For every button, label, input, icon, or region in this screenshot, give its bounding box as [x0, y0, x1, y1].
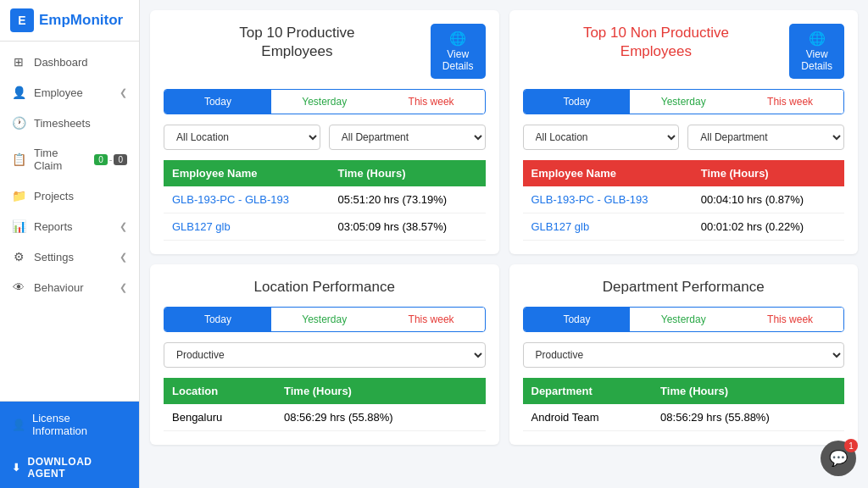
- employee-link[interactable]: GLB127 glb: [172, 220, 231, 233]
- sidebar-item-label: Timesheets: [34, 117, 91, 130]
- top-non-productive-title: Top 10 Non Productive Employees: [523, 24, 790, 61]
- reports-icon: 📊: [12, 219, 25, 233]
- chat-badge: 1: [844, 439, 858, 452]
- col-time-hours: Time (Hours): [330, 160, 486, 186]
- location-performance-select[interactable]: Productive: [164, 342, 486, 368]
- badge-dark: 0: [114, 154, 127, 165]
- top-non-productive-department-select[interactable]: All Department: [687, 125, 844, 150]
- top-non-productive-header: Top 10 Non Productive Employees 🌐 ViewDe…: [523, 24, 845, 79]
- timesheets-icon: 🕐: [12, 116, 25, 130]
- top-productive-location-select[interactable]: All Location: [164, 125, 320, 150]
- table-row: GLB127 glb00:01:02 hrs (0.22%): [523, 214, 845, 241]
- view-icon: 🌐: [809, 30, 826, 47]
- sidebar-item-label: Behaviour: [34, 281, 84, 294]
- location-performance-title: Location Performance: [164, 278, 486, 297]
- location-performance-card: Location Performance Today Yesterday Thi…: [150, 264, 499, 445]
- license-label: License Information: [32, 412, 127, 437]
- top-productive-view-details-button[interactable]: 🌐 ViewDetails: [431, 24, 486, 79]
- top-employees-row: Top 10 Productive Employees 🌐 ViewDetail…: [150, 10, 858, 254]
- time-cell: 08:56:29 hrs (55.88%): [275, 404, 486, 431]
- top-non-productive-dropdowns: All Location All Department: [523, 125, 845, 150]
- table-row: Android Team08:56:29 hrs (55.88%): [523, 404, 845, 431]
- employee-link[interactable]: GLB-193-PC - GLB-193: [172, 193, 289, 206]
- tab-thisweek-department[interactable]: This week: [737, 308, 843, 331]
- sidebar-item-timesheets[interactable]: 🕐 Timesheets: [0, 108, 139, 138]
- top-non-productive-card: Top 10 Non Productive Employees 🌐 ViewDe…: [509, 10, 859, 254]
- sidebar-item-label: Employee: [34, 86, 83, 99]
- sidebar-item-label: Reports: [34, 220, 73, 233]
- top-productive-tabs: Today Yesterday This week: [164, 89, 486, 114]
- download-agent-button[interactable]: ⬇ DOWNLOAD AGENT: [0, 447, 139, 488]
- location-performance-tabs: Today Yesterday This week: [164, 307, 486, 332]
- tab-today-productive[interactable]: Today: [164, 90, 271, 114]
- top-productive-table: Employee Name Time (Hours) GLB-193-PC - …: [164, 160, 486, 241]
- employee-link[interactable]: GLB-193-PC - GLB-193: [531, 193, 648, 206]
- department-performance-table: Department Time (Hours) Android Team08:5…: [523, 378, 845, 431]
- chevron-right-icon: ❮: [120, 282, 127, 293]
- sidebar-item-employee[interactable]: 👤 Employee ❮: [0, 77, 139, 108]
- department-performance-tabs: Today Yesterday This week: [523, 307, 845, 332]
- download-icon: ⬇: [12, 462, 21, 474]
- time-claim-icon: 📋: [12, 152, 25, 166]
- location-performance-dropdown-row: Productive: [164, 342, 486, 368]
- department-performance-title: Department Performance: [523, 278, 845, 297]
- employee-name-cell: GLB127 glb: [164, 214, 330, 241]
- top-non-productive-view-details-button[interactable]: 🌐 ViewDetails: [789, 24, 844, 79]
- tab-yesterday-department[interactable]: Yesterday: [630, 308, 737, 331]
- sidebar-bottom: 👤 License Information ⬇ DOWNLOAD AGENT: [0, 401, 139, 488]
- table-row: GLB-193-PC - GLB-19305:51:20 hrs (73.19%…: [164, 186, 486, 214]
- performance-row: Location Performance Today Yesterday Thi…: [150, 264, 858, 445]
- department-performance-dropdown-row: Productive: [523, 342, 845, 368]
- tab-today-department[interactable]: Today: [524, 308, 631, 331]
- dashboard-icon: ⊞: [12, 55, 25, 69]
- employee-icon: 👤: [12, 86, 25, 99]
- projects-icon: 📁: [12, 189, 25, 202]
- location-cell: Bengaluru: [164, 404, 275, 431]
- badge-green: 0: [94, 154, 108, 165]
- col-employee-name: Employee Name: [523, 160, 693, 186]
- tab-yesterday-non-productive[interactable]: Yesterday: [630, 90, 737, 114]
- top-non-productive-location-select[interactable]: All Location: [523, 125, 680, 150]
- time-cell: 00:04:10 hrs (0.87%): [693, 186, 844, 214]
- top-productive-title: Top 10 Productive Employees: [164, 24, 431, 61]
- time-cell: 00:01:02 hrs (0.22%): [693, 214, 844, 241]
- employee-link[interactable]: GLB127 glb: [531, 220, 590, 233]
- employee-name-cell: GLB-193-PC - GLB-193: [164, 186, 330, 214]
- tab-today-non-productive[interactable]: Today: [524, 90, 631, 114]
- top-non-productive-tabs: Today Yesterday This week: [523, 89, 845, 114]
- chat-bubble-button[interactable]: 💬 1: [821, 441, 856, 476]
- view-details-label: ViewDetails: [442, 48, 474, 72]
- main-content: Top 10 Productive Employees 🌐 ViewDetail…: [140, 0, 868, 488]
- logo-icon: E: [10, 8, 34, 32]
- logo-text: EmpMonitor: [39, 12, 123, 29]
- sidebar-item-reports[interactable]: 📊 Reports ❮: [0, 211, 139, 241]
- col-time-hours: Time (Hours): [275, 378, 486, 404]
- sidebar-item-time-claim[interactable]: 📋 Time Claim 0 - 0: [0, 138, 139, 180]
- sidebar-item-projects[interactable]: 📁 Projects: [0, 180, 139, 211]
- col-time-hours: Time (Hours): [652, 378, 844, 404]
- time-cell: 08:56:29 hrs (55.88%): [652, 404, 844, 431]
- sidebar: E EmpMonitor ⊞ Dashboard 👤 Employee ❮ 🕐 …: [0, 0, 140, 488]
- employee-name-cell: GLB-193-PC - GLB-193: [523, 186, 693, 214]
- sidebar-item-dashboard[interactable]: ⊞ Dashboard: [0, 47, 139, 77]
- sidebar-item-label: Settings: [34, 251, 74, 263]
- department-performance-select[interactable]: Productive: [523, 342, 845, 368]
- tab-thisweek-productive[interactable]: This week: [378, 90, 485, 114]
- time-claim-badges: 0 - 0: [94, 154, 127, 165]
- top-productive-department-select[interactable]: All Department: [329, 125, 486, 150]
- sidebar-item-settings[interactable]: ⚙ Settings ❮: [0, 241, 139, 272]
- table-row: Bengaluru08:56:29 hrs (55.88%): [164, 404, 486, 431]
- license-information-button[interactable]: 👤 License Information: [0, 402, 139, 447]
- top-productive-header: Top 10 Productive Employees 🌐 ViewDetail…: [164, 24, 486, 79]
- tab-yesterday-productive[interactable]: Yesterday: [271, 90, 378, 114]
- tab-today-location[interactable]: Today: [164, 308, 271, 331]
- tab-thisweek-non-productive[interactable]: This week: [737, 90, 843, 114]
- tab-yesterday-location[interactable]: Yesterday: [271, 308, 378, 331]
- chevron-right-icon: ❮: [120, 221, 127, 232]
- sidebar-item-label: Time Claim: [34, 147, 86, 172]
- col-time-hours: Time (Hours): [693, 160, 844, 186]
- download-label: DOWNLOAD AGENT: [28, 456, 128, 480]
- tab-thisweek-location[interactable]: This week: [378, 308, 485, 331]
- sidebar-item-behaviour[interactable]: 👁 Behaviour ❮: [0, 272, 139, 302]
- settings-icon: ⚙: [12, 250, 25, 263]
